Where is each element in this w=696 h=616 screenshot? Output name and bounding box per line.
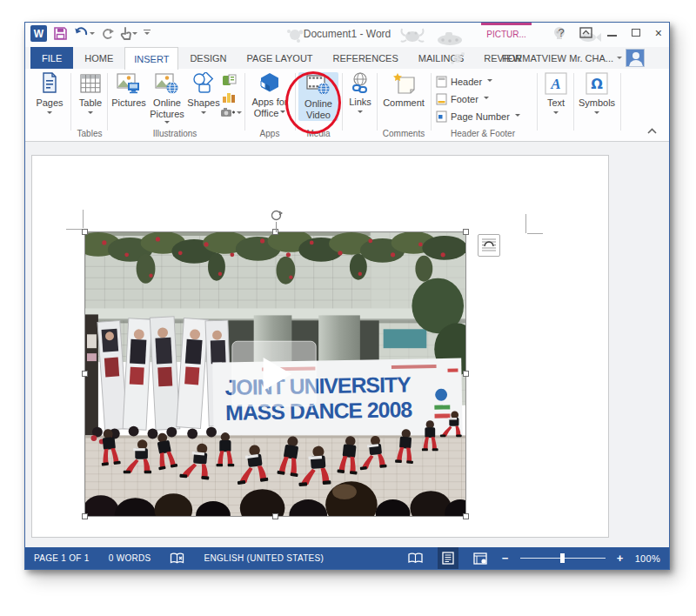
group-separator — [244, 73, 245, 131]
resize-handle-sw[interactable] — [82, 513, 88, 519]
links-label: Links — [349, 97, 371, 108]
user-name: Mr. CHA... — [569, 53, 613, 64]
chart-button[interactable] — [222, 90, 236, 104]
pictures-label: Pictures — [111, 97, 146, 109]
pages-button[interactable]: Pages — [32, 72, 67, 117]
text-label: Text — [547, 97, 565, 109]
margin-mark — [527, 233, 543, 234]
play-button[interactable] — [232, 341, 316, 406]
text-button[interactable]: A Text — [540, 72, 572, 117]
ribbon-tab-row: FILE HOME INSERT DESIGN PAGE LAYOUT REFE… — [25, 47, 669, 69]
table-icon — [79, 72, 102, 95]
resize-handle-nw[interactable] — [82, 229, 88, 235]
group-label-apps: Apps — [248, 129, 291, 138]
footer-dropdown-arrow — [484, 97, 489, 102]
minimize-button[interactable] — [607, 35, 617, 37]
table-button[interactable]: Table — [74, 72, 107, 117]
page-number-button[interactable]: Page Number — [436, 110, 520, 124]
rotation-handle[interactable] — [270, 209, 283, 222]
group-separator — [620, 73, 621, 131]
language-indicator[interactable]: ENGLISH (UNITED STATES) — [204, 553, 324, 563]
tab-design[interactable]: DESIGN — [181, 47, 235, 69]
screenshot-stage: W Document1 - Word PICTUR... ? × — [0, 0, 696, 616]
group-separator — [573, 73, 574, 131]
account-area[interactable]: Mr. CHA... — [569, 47, 645, 69]
web-layout-button[interactable] — [470, 547, 491, 569]
contextual-tab-group-label[interactable]: PICTUR... — [477, 30, 536, 39]
read-mode-button[interactable] — [405, 547, 426, 569]
word-window: W Document1 - Word PICTUR... ? × — [24, 22, 670, 570]
zoom-out-button[interactable]: − — [502, 554, 509, 563]
pictures-icon — [117, 72, 141, 95]
apps-label-1: Apps for — [252, 97, 288, 108]
page-indicator[interactable]: PAGE 1 OF 1 — [34, 553, 90, 563]
resize-handle-ne[interactable] — [463, 229, 469, 235]
shapes-dropdown-arrow — [201, 111, 206, 117]
tab-format[interactable]: FORMAT — [493, 47, 551, 69]
resize-handle-e[interactable] — [463, 371, 469, 377]
online-pictures-label-1: Online — [153, 97, 181, 109]
header-icon — [436, 76, 447, 88]
tab-file[interactable]: FILE — [30, 47, 73, 69]
tab-home[interactable]: HOME — [76, 47, 122, 69]
window-controls: ? × — [559, 26, 662, 39]
print-layout-button[interactable] — [438, 547, 458, 569]
header-dropdown-arrow — [487, 79, 492, 84]
screenshot-button[interactable] — [220, 107, 242, 118]
margin-mark — [525, 214, 526, 233]
tab-insert[interactable]: INSERT — [124, 47, 178, 70]
footer-button[interactable]: Footer — [436, 92, 489, 106]
online-pictures-dropdown-arrow — [164, 121, 170, 126]
maximize-button[interactable] — [632, 29, 640, 37]
group-separator — [70, 73, 71, 131]
video-thumbnail[interactable]: JOINT UNIVERSITY MASS DANCE 2008 — [85, 232, 465, 516]
online-pictures-button[interactable]: Online Pictures — [147, 72, 187, 126]
resize-handle-w[interactable] — [82, 371, 88, 377]
group-label-comments: Comments — [380, 129, 427, 138]
symbols-button[interactable]: Ω Symbols — [577, 72, 617, 117]
zoom-in-button[interactable]: + — [617, 554, 624, 563]
online-video-icon — [306, 74, 331, 96]
shapes-button[interactable]: Shapes — [187, 72, 220, 117]
avatar[interactable] — [626, 49, 645, 67]
group-label-illustrations: Illustrations — [109, 129, 241, 138]
page-number-dropdown-arrow — [515, 114, 520, 119]
zoom-level[interactable]: 100% — [635, 553, 660, 564]
links-button[interactable]: Links — [345, 72, 375, 116]
proofing-icon[interactable] — [170, 552, 184, 565]
links-dropdown-arrow — [358, 110, 363, 116]
apps-for-office-button[interactable]: Apps for Office — [248, 72, 291, 119]
smartart-button[interactable] — [222, 74, 237, 87]
zoom-slider[interactable] — [520, 558, 606, 559]
status-bar: PAGE 1 OF 1 0 WORDS ENGLISH (UNITED STAT… — [25, 547, 669, 569]
help-button[interactable]: ? — [559, 26, 565, 39]
account-dropdown-arrow[interactable] — [617, 57, 622, 62]
comment-label: Comment — [383, 97, 425, 109]
tab-page-layout[interactable]: PAGE LAYOUT — [238, 47, 322, 69]
document-canvas[interactable]: JOINT UNIVERSITY MASS DANCE 2008 — [25, 142, 669, 549]
close-button[interactable]: × — [655, 29, 662, 37]
group-separator — [107, 73, 108, 131]
layout-options-button[interactable] — [478, 234, 500, 257]
header-button[interactable]: Header — [436, 75, 492, 89]
online-video-button[interactable]: Online Video — [298, 72, 338, 121]
ribbon-display-options-button[interactable] — [579, 27, 592, 38]
resize-handle-s[interactable] — [272, 513, 278, 519]
selected-video-frame[interactable]: JOINT UNIVERSITY MASS DANCE 2008 — [84, 231, 466, 517]
online-video-label-1: Online — [304, 98, 332, 110]
margin-mark — [83, 210, 84, 228]
text-glyph: A — [550, 76, 560, 92]
symbols-dropdown-arrow — [594, 111, 599, 117]
pictures-button[interactable]: Pictures — [110, 72, 147, 109]
tab-references[interactable]: REFERENCES — [325, 47, 407, 69]
zoom-slider-handle[interactable] — [560, 553, 565, 563]
collapse-ribbon-button[interactable] — [647, 128, 657, 134]
group-separator — [537, 73, 538, 131]
decoration-splat-2 — [450, 50, 465, 66]
omega-glyph: Ω — [591, 76, 603, 92]
word-count[interactable]: 0 WORDS — [109, 553, 151, 563]
comment-button[interactable]: Comment — [380, 72, 427, 109]
resize-handle-se[interactable] — [463, 513, 469, 519]
pages-icon — [39, 72, 60, 95]
screenshot-dropdown-arrow — [237, 111, 242, 117]
